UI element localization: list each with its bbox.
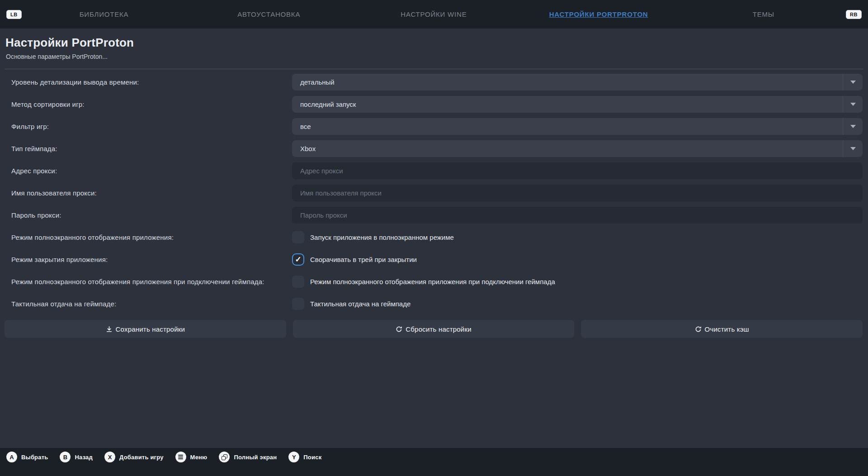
select-value: все	[300, 123, 311, 130]
hint-select: A Выбрать	[6, 452, 48, 462]
setting-label: Фильтр игр:	[11, 123, 292, 130]
hint-label: Поиск	[303, 454, 321, 461]
tab-themes[interactable]: ТЕМЫ	[681, 10, 846, 18]
tab-portproton-settings[interactable]: НАСТРОЙКИ PORTPROTON	[516, 10, 681, 18]
hint-label: Выбрать	[21, 454, 48, 461]
hint-label: Меню	[190, 454, 208, 461]
setting-label: Пароль прокси:	[11, 211, 292, 219]
settings-rows: Уровень детализации вывода времени: дета…	[5, 71, 863, 315]
reset-settings-label: Сбросить настройки	[406, 325, 471, 333]
select-value: детальный	[300, 78, 335, 86]
fullscreen-on-gamepad-checkbox[interactable]	[292, 276, 304, 288]
settings-page: Настройки PortProton Основные параметры …	[0, 29, 868, 338]
hint-back: B Назад	[60, 452, 93, 462]
tab-library[interactable]: БИБЛИОТЕКА	[22, 10, 187, 18]
setting-label: Уровень детализации вывода времени:	[11, 78, 292, 86]
checkbox-label: Сворачивать в трей при закрытии	[310, 256, 417, 263]
setting-label: Режим полноэкранного отображения приложе…	[11, 233, 292, 241]
chevron-down-icon[interactable]	[843, 140, 863, 157]
tab-wine-settings[interactable]: НАСТРОЙКИ WINE	[351, 10, 516, 18]
setting-label: Режим закрытия приложения:	[11, 256, 292, 263]
setting-row-proxy-password: Пароль прокси:	[5, 204, 863, 226]
clear-cache-label: Очистить кэш	[705, 325, 749, 333]
setting-row-sort-method: Метод сортировки игр: последний запуск	[5, 93, 863, 115]
hint-fullscreen: Полный экран	[219, 452, 277, 462]
sort-method-select[interactable]: последний запуск	[292, 96, 863, 113]
save-settings-button[interactable]: Сохранить настройки	[5, 320, 286, 338]
clear-cache-button[interactable]: Очистить кэш	[581, 320, 863, 338]
hint-search: Y Поиск	[288, 452, 321, 462]
tray-on-close-checkbox[interactable]: ✓	[292, 253, 304, 266]
gamepad-menu-icon	[175, 452, 186, 462]
setting-row-proxy-address: Адрес прокси:	[5, 160, 863, 182]
select-value: Xbox	[300, 145, 316, 152]
gamepad-fullscreen-icon	[219, 452, 230, 462]
gamepad-lb-badge: LB	[6, 10, 22, 19]
setting-label: Тип геймпада:	[11, 145, 292, 152]
gamepad-type-select[interactable]: Xbox	[292, 140, 863, 157]
save-settings-label: Сохранить настройки	[116, 325, 185, 333]
header-divider	[5, 69, 863, 69]
chevron-down-icon[interactable]	[843, 74, 863, 90]
setting-row-haptic-feedback: Тактильная отдача на геймпаде: Тактильна…	[5, 293, 863, 315]
hint-label: Назад	[75, 454, 93, 461]
refresh-icon	[695, 326, 702, 333]
setting-row-time-detail: Уровень детализации вывода времени: дета…	[5, 71, 863, 93]
setting-label: Адрес прокси:	[11, 167, 292, 175]
checkmark-icon: ✓	[295, 255, 301, 264]
select-value: последний запуск	[300, 100, 356, 108]
setting-row-fullscreen-mode: Режим полноэкранного отображения приложе…	[5, 226, 863, 248]
gamepad-y-icon: Y	[288, 452, 299, 462]
setting-label: Имя пользователя прокси:	[11, 189, 292, 197]
setting-label: Тактильная отдача на геймпаде:	[11, 300, 292, 308]
setting-row-gamepad-type: Тип геймпада: Xbox	[5, 138, 863, 160]
top-nav-bar: LB БИБЛИОТЕКА АВТОУСТАНОВКА НАСТРОЙКИ WI…	[0, 0, 868, 29]
gamepad-hint-bar: A Выбрать B Назад X Добавить игру Меню П…	[0, 448, 868, 476]
chevron-down-icon[interactable]	[843, 96, 863, 113]
checkbox-label: Тактильная отдача на геймпаде	[310, 300, 410, 308]
page-subtitle: Основные параметры PortProton...	[5, 50, 863, 60]
setting-row-proxy-username: Имя пользователя прокси:	[5, 182, 863, 204]
fullscreen-mode-checkbox[interactable]	[292, 231, 304, 243]
proxy-password-input[interactable]	[292, 207, 863, 224]
hint-menu: Меню	[175, 452, 208, 462]
haptic-feedback-checkbox[interactable]	[292, 298, 304, 310]
gamepad-x-icon: X	[104, 452, 115, 462]
games-filter-select[interactable]: все	[292, 118, 863, 135]
hint-label: Полный экран	[234, 454, 277, 461]
setting-row-games-filter: Фильтр игр: все	[5, 115, 863, 138]
setting-label: Режим полноэкранного отображения приложе…	[11, 278, 292, 286]
setting-row-close-mode: Режим закрытия приложения: ✓ Сворачивать…	[5, 248, 863, 271]
chevron-down-icon[interactable]	[843, 118, 863, 135]
checkbox-label: Режим полноэкранного отображения приложе…	[310, 278, 555, 286]
save-icon	[106, 326, 113, 333]
time-detail-select[interactable]: детальный	[292, 74, 863, 90]
proxy-address-input[interactable]	[292, 162, 863, 179]
checkbox-label: Запуск приложения в полноэкранном режиме	[310, 233, 454, 241]
setting-row-fullscreen-on-gamepad: Режим полноэкранного отображения приложе…	[5, 271, 863, 293]
hint-label: Добавить игру	[119, 454, 164, 461]
hint-add-game: X Добавить игру	[104, 452, 164, 462]
proxy-username-input[interactable]	[292, 185, 863, 201]
gamepad-b-icon: B	[60, 452, 71, 462]
page-title: Настройки PortProton	[5, 29, 863, 50]
gamepad-rb-badge: RB	[846, 10, 862, 19]
refresh-icon	[396, 326, 402, 333]
gamepad-a-icon: A	[6, 452, 17, 462]
reset-settings-button[interactable]: Сбросить настройки	[293, 320, 575, 338]
action-buttons-row: Сохранить настройки Сбросить настройки О…	[5, 320, 863, 338]
setting-label: Метод сортировки игр:	[11, 100, 292, 108]
tab-autoinstall[interactable]: АВТОУСТАНОВКА	[186, 10, 351, 18]
